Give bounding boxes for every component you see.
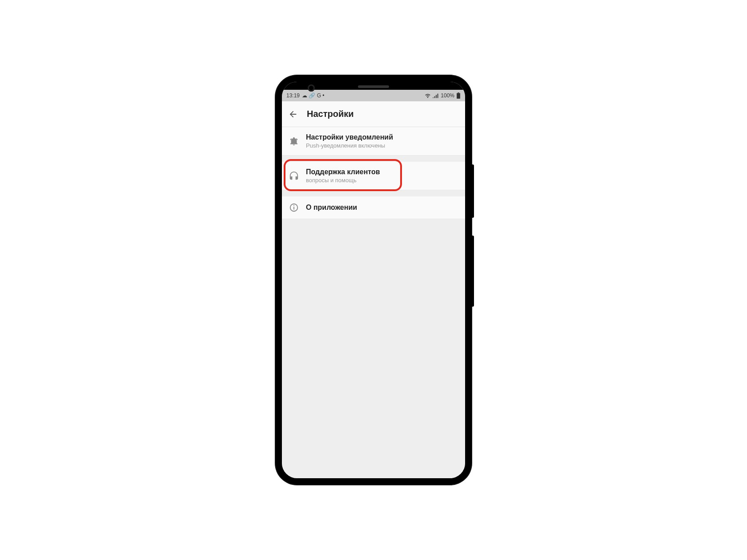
highlighted-row-wrap: Поддержка клиентов вопросы и помощь [282, 162, 465, 190]
info-icon [289, 203, 299, 212]
headset-icon [289, 171, 299, 181]
settings-item-support[interactable]: Поддержка клиентов вопросы и помощь [282, 162, 465, 190]
power-button [471, 236, 474, 307]
svg-rect-4 [293, 205, 294, 206]
svg-rect-0 [458, 92, 459, 93]
volume-button [471, 164, 474, 218]
bell-icon [289, 136, 299, 146]
settings-item-notifications[interactable]: Настройки уведомлений Push-уведомления в… [282, 127, 465, 156]
svg-rect-3 [293, 207, 294, 209]
list-item-title: Настройки уведомлений [306, 133, 393, 141]
app-bar: Настройки [282, 101, 465, 127]
wifi-icon [425, 93, 431, 98]
phone-screen: 13:19 ☁ 🔗 G • 100% Настройки [282, 82, 465, 478]
battery-icon [456, 92, 461, 99]
status-bar: 13:19 ☁ 🔗 G • 100% [282, 90, 465, 101]
speaker-grille [358, 85, 389, 88]
settings-list: Настройки уведомлений Push-уведомления в… [282, 127, 465, 478]
svg-rect-1 [457, 93, 460, 99]
signal-icon [433, 93, 439, 98]
status-time: 13:19 [286, 92, 300, 99]
list-item-title: Поддержка клиентов [306, 168, 380, 176]
front-camera [308, 84, 315, 92]
page-title: Настройки [307, 109, 354, 119]
battery-percent: 100% [441, 92, 454, 99]
phone-frame: 13:19 ☁ 🔗 G • 100% Настройки [276, 76, 471, 484]
list-item-subtitle: Push-уведомления включены [306, 142, 393, 149]
settings-item-about[interactable]: О приложении [282, 196, 465, 219]
status-left-icons: ☁ 🔗 G • [302, 92, 325, 99]
list-item-subtitle: вопросы и помощь [306, 177, 380, 184]
list-item-title: О приложении [306, 204, 357, 212]
back-icon[interactable] [288, 109, 298, 119]
